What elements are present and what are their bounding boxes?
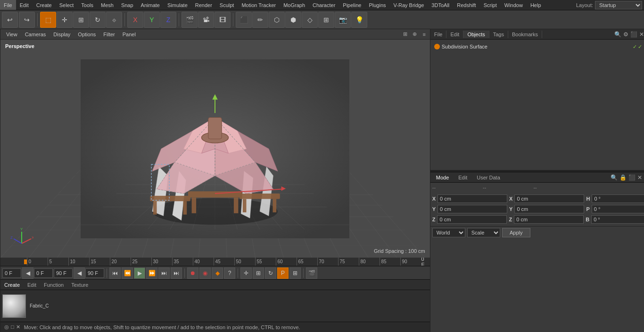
paint-button[interactable]: ✏ (252, 12, 268, 28)
vp-settings-icon[interactable]: ≡ (421, 31, 428, 38)
rotate-tool-btn[interactable]: ↻ (265, 267, 276, 279)
rp-tab-edit[interactable]: Edit (446, 31, 463, 38)
end-frame-field-2[interactable]: 90 F (85, 268, 104, 278)
coord-y-val1[interactable] (438, 205, 507, 213)
menu-pipeline[interactable]: Pipeline (339, 0, 365, 10)
menu-help[interactable]: Help (527, 0, 545, 10)
render-region-button[interactable]: 📽 (198, 12, 214, 28)
coord-z-val1[interactable] (437, 215, 507, 224)
transform-button[interactable]: ⟐ (106, 12, 122, 28)
rp-tab-bookmarks[interactable]: Bookmarks (508, 31, 542, 38)
redo-button[interactable]: ↪ (19, 12, 35, 28)
material-thumbnail[interactable] (2, 294, 26, 318)
step-back-btn[interactable]: ⏪ (122, 267, 133, 279)
scale-tool-btn[interactable]: ⊞ (253, 267, 264, 279)
vp-menu-options[interactable]: Options (74, 31, 99, 38)
record-mode-btn[interactable]: ◉ (199, 267, 211, 279)
attr-search-icon[interactable]: 🔍 (611, 174, 618, 181)
start-frame-field[interactable]: 0 F (2, 268, 21, 278)
fx-button[interactable]: ⬡ (269, 12, 285, 28)
attr-tab-mode[interactable]: Mode (432, 174, 453, 181)
grid-button[interactable]: ⊞ (318, 12, 334, 28)
playback-btn[interactable]: P (277, 267, 289, 279)
menu-render[interactable]: Render (191, 0, 216, 10)
attr-expand-icon[interactable]: ⬛ (628, 174, 636, 181)
vp-maximize-icon[interactable]: ⊞ (402, 31, 409, 38)
loop-btn[interactable]: ⏭ (171, 267, 182, 279)
rp-close-icon[interactable]: ✕ (639, 31, 644, 38)
coord-x-val1[interactable] (438, 194, 507, 203)
mat-tab-edit[interactable]: Edit (25, 281, 38, 289)
bulb-button[interactable]: 💡 (351, 12, 367, 28)
menu-file[interactable]: File (0, 0, 16, 10)
rp-settings-icon[interactable]: ⚙ (623, 31, 628, 38)
menu-mesh[interactable]: Mesh (97, 0, 117, 10)
coord-x-val2[interactable] (514, 194, 584, 203)
z-axis-button[interactable]: Z (160, 12, 176, 28)
key-btn[interactable]: ◆ (212, 267, 223, 279)
obj-check-1[interactable]: ✓ (633, 44, 637, 50)
move-mode-button[interactable]: ✛ (57, 12, 73, 28)
rp-expand-icon[interactable]: ⬛ (630, 31, 637, 38)
vp-menu-display[interactable]: Display (50, 31, 74, 38)
menu-plugins[interactable]: Plugins (365, 0, 389, 10)
rp-tab-tags[interactable]: Tags (489, 31, 508, 38)
play-btn[interactable]: ▶ (134, 267, 145, 279)
render-button[interactable]: 🎬 (182, 12, 198, 28)
vp-menu-view[interactable]: View (2, 31, 21, 38)
anim-btn[interactable]: ⊞ (289, 267, 301, 279)
help-btn[interactable]: ? (224, 267, 235, 279)
scale-mode-button[interactable]: ⊞ (73, 12, 89, 28)
vp-target-icon[interactable]: ⊕ (411, 31, 419, 38)
menu-create[interactable]: Create (33, 0, 56, 10)
rotate-mode-button[interactable]: ↻ (90, 12, 106, 28)
render-view-button[interactable]: 🎞 (215, 12, 231, 28)
coord-p-val[interactable] (592, 205, 644, 213)
goto-start-btn[interactable]: ⏮ (109, 267, 121, 279)
camera-button[interactable]: 📷 (335, 12, 351, 28)
y-axis-button[interactable]: Y (144, 12, 160, 28)
menu-window[interactable]: Window (501, 0, 527, 10)
apply-button[interactable]: Apply (502, 228, 530, 237)
render-icon-btn[interactable]: 🎬 (306, 267, 317, 279)
current-frame-field[interactable]: 0 F (34, 268, 53, 278)
menu-edit[interactable]: Edit (16, 0, 33, 10)
menu-mograph[interactable]: MoGraph (280, 0, 309, 10)
move-tool-btn[interactable]: ✛ (240, 267, 252, 279)
obj-subdivision-surface[interactable]: Subdivision Surface ✓ ✓ (432, 41, 644, 52)
obj-check-2[interactable]: ✓ (638, 44, 642, 50)
menu-character[interactable]: Character (309, 0, 339, 10)
vp-menu-panel[interactable]: Panel (119, 31, 140, 38)
attr-close-icon[interactable]: ✕ (637, 174, 642, 181)
mat-tab-create[interactable]: Create (2, 281, 22, 289)
x-axis-button[interactable]: X (127, 12, 143, 28)
cube-view-button[interactable]: ⬛ (236, 12, 252, 28)
undo-button[interactable]: ↩ (2, 12, 18, 28)
goto-end-btn[interactable]: ⏭ (158, 267, 170, 279)
menu-simulate[interactable]: Simulate (164, 0, 191, 10)
rp-tab-file[interactable]: File (430, 31, 447, 38)
end-frame-field[interactable]: 90 F (54, 268, 73, 278)
menu-3dtoall[interactable]: 3DToAll (428, 0, 453, 10)
scale-dropdown[interactable]: Scale Size (467, 228, 500, 237)
attr-lock-icon[interactable]: 🔒 (619, 174, 627, 181)
world-dropdown[interactable]: World Object Local (432, 228, 465, 237)
rp-search-icon[interactable]: 🔍 (614, 31, 621, 38)
menu-script[interactable]: Script (480, 0, 501, 10)
attr-tab-edit[interactable]: Edit (454, 174, 471, 181)
coord-z-val2[interactable] (514, 215, 584, 224)
prev-frame-btn[interactable]: ◀ (22, 267, 33, 279)
mat-tab-function[interactable]: Function (42, 281, 66, 289)
coord-y-val2[interactable] (514, 205, 584, 213)
menu-animate[interactable]: Animate (137, 0, 164, 10)
menu-vray[interactable]: V-Ray Bridge (390, 0, 428, 10)
menu-sculpt[interactable]: Sculpt (216, 0, 238, 10)
viewport-3d[interactable]: Perspective (0, 40, 430, 258)
coord-b-val[interactable] (591, 215, 644, 224)
menu-tools[interactable]: Tools (77, 0, 97, 10)
vp-menu-cameras[interactable]: Cameras (21, 31, 50, 38)
coord-h-val[interactable] (592, 194, 644, 203)
select-mode-button[interactable]: ⬚ (40, 12, 56, 28)
vp-menu-filter[interactable]: Filter (99, 31, 118, 38)
menu-select[interactable]: Select (56, 0, 78, 10)
